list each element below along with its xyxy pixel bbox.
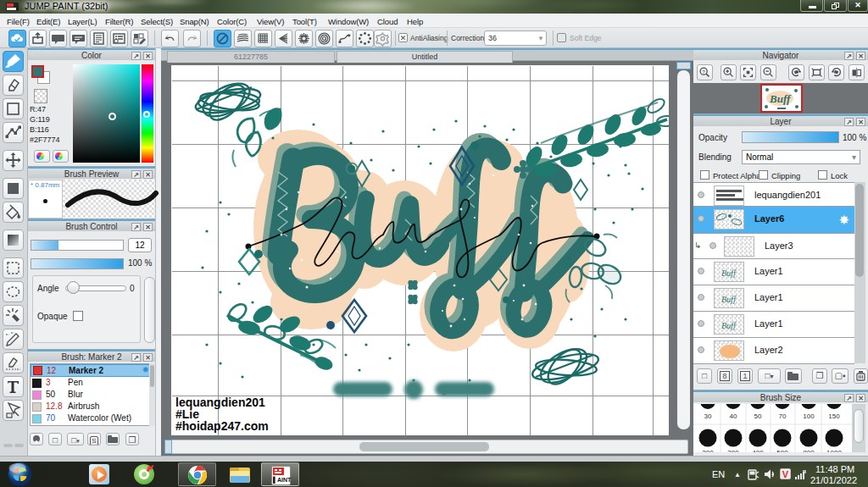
svg-text:400: 400 <box>752 449 764 452</box>
svg-text:Buff: Buff <box>721 321 737 330</box>
svg-text:150: 150 <box>828 412 840 420</box>
svg-text:300: 300 <box>727 449 739 452</box>
svg-text:Buff: Buff <box>769 92 792 105</box>
svg-text:Buff: Buff <box>721 268 737 278</box>
svg-text:100: 100 <box>803 412 815 420</box>
svg-text:Buff: Buff <box>721 295 737 304</box>
svg-text:30: 30 <box>704 412 712 420</box>
svg-text:70: 70 <box>779 412 787 420</box>
svg-text:50: 50 <box>754 412 762 420</box>
svg-text:#hoidap247.com: #hoidap247.com <box>175 419 269 433</box>
svg-text:800: 800 <box>803 449 815 452</box>
svg-text:40: 40 <box>730 412 737 420</box>
svg-text:500: 500 <box>776 449 788 452</box>
svg-text:1000: 1000 <box>826 449 842 452</box>
svg-text:200: 200 <box>702 449 714 452</box>
svg-text:?: ? <box>702 69 705 75</box>
